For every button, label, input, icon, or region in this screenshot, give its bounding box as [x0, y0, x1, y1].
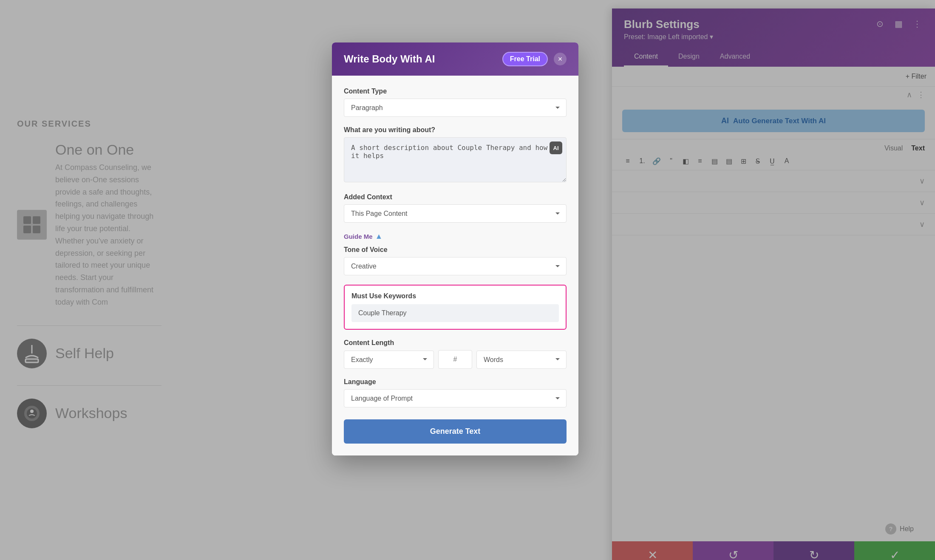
ai-write-modal: Write Body With AI Free Trial × Content …	[332, 42, 578, 455]
tone-of-voice-label: Tone of Voice	[344, 246, 567, 254]
content-length-row: Exactly At least At most Words Sentences…	[344, 350, 567, 369]
keywords-label: Must Use Keywords	[351, 292, 559, 300]
language-select[interactable]: Language of Prompt English Spanish Frenc…	[344, 389, 567, 407]
keywords-section: Must Use Keywords	[344, 285, 567, 330]
guide-me-link[interactable]: Guide Me ▲	[344, 232, 567, 241]
ai-modal-title: Write Body With AI	[344, 53, 435, 65]
close-modal-button[interactable]: ×	[554, 53, 567, 65]
language-label: Language	[344, 378, 567, 386]
added-context-select[interactable]: This Page Content None Custom	[344, 204, 567, 223]
ai-modal-body: Content Type Paragraph List Heading What…	[332, 76, 578, 455]
content-type-select[interactable]: Paragraph List Heading	[344, 99, 567, 117]
added-context-label: Added Context	[344, 193, 567, 201]
number-input[interactable]	[438, 350, 472, 369]
writing-about-group: What are you writing about? A short desc…	[344, 126, 567, 184]
guide-me-arrow-icon: ▲	[375, 232, 383, 241]
ai-modal-header: Write Body With AI Free Trial ×	[332, 42, 578, 76]
content-length-label: Content Length	[344, 339, 567, 347]
words-select[interactable]: Words Sentences Paragraphs	[476, 351, 567, 369]
content-type-group: Content Type Paragraph List Heading	[344, 88, 567, 117]
ai-modal-header-right: Free Trial ×	[502, 52, 567, 66]
keywords-input[interactable]	[351, 304, 559, 322]
added-context-group: Added Context This Page Content None Cus…	[344, 193, 567, 223]
tone-of-voice-select[interactable]: Creative Professional Casual Formal	[344, 257, 567, 275]
content-type-label: Content Type	[344, 88, 567, 95]
free-trial-badge: Free Trial	[502, 52, 548, 66]
writing-about-label: What are you writing about?	[344, 126, 567, 134]
writing-about-textarea[interactable]: A short description about Couple Therapy…	[344, 137, 567, 182]
tone-of-voice-group: Tone of Voice Creative Professional Casu…	[344, 246, 567, 275]
textarea-wrapper: A short description about Couple Therapy…	[344, 137, 567, 184]
language-group: Language Language of Prompt English Span…	[344, 378, 567, 407]
ai-badge: AI	[550, 141, 562, 154]
generate-text-button[interactable]: Generate Text	[344, 419, 567, 444]
guide-me-label: Guide Me	[344, 233, 373, 240]
exactly-select[interactable]: Exactly At least At most	[344, 351, 434, 369]
content-length-group: Content Length Exactly At least At most …	[344, 339, 567, 369]
